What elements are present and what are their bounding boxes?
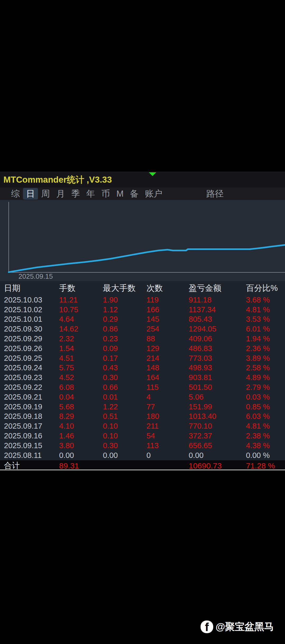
cell-date: 2025.09.23: [4, 373, 59, 382]
cell-date: 2025.09.29: [4, 334, 59, 343]
cell-value: 0.66: [103, 383, 146, 392]
cell-value: 3.68 %: [246, 296, 285, 304]
cell-value: 4.51: [59, 354, 103, 363]
cell-value: 119: [146, 296, 189, 304]
cell-value: 54: [146, 432, 189, 440]
table-row: 2025.09.226.080.66115501.502.79 %: [4, 382, 285, 392]
cell-date: 2025.09.18: [4, 412, 59, 421]
equity-chart-panel: 2025.09.15: [0, 200, 285, 281]
cell-date: 2025.09.15: [4, 441, 59, 450]
facebook-icon: f: [201, 621, 213, 633]
tab-账户[interactable]: 账户: [142, 188, 166, 200]
cell-value: 770.10: [189, 422, 246, 430]
table-row: 2025.09.195.681.2277151.990.85 %: [4, 402, 285, 412]
cell-value: 409.06: [189, 334, 246, 343]
cell-value: 2.38 %: [246, 432, 285, 440]
cell-value: 6.01 %: [246, 325, 285, 333]
cell-value: 773.03: [189, 354, 246, 363]
cell-date: 2025.09.22: [4, 383, 59, 392]
cell-value: 5.06: [189, 393, 246, 401]
cell-value: 2.36 %: [246, 344, 285, 353]
column-header-0: 日期: [4, 283, 59, 294]
cell-value: 1.12: [103, 305, 146, 314]
tab-季[interactable]: 季: [68, 188, 83, 200]
cell-value: 1.90: [103, 296, 146, 304]
cell-value: 0.86: [103, 325, 146, 333]
cell-date: 2025.09.24: [4, 363, 59, 372]
cell-value: 88: [146, 334, 189, 343]
cell-value: 148: [146, 363, 189, 372]
cell-value: 11.21: [59, 296, 103, 304]
cell-value: 166: [146, 305, 189, 314]
cell-value: 3.89 %: [246, 354, 285, 363]
cell-value: 4.38 %: [246, 441, 285, 450]
cell-value: 1.54: [59, 344, 103, 353]
tab-周[interactable]: 周: [38, 188, 53, 200]
cell-value: 0.00 %: [246, 451, 285, 460]
tab-币[interactable]: 币: [98, 188, 113, 200]
cell-value: 6.03 %: [246, 412, 285, 421]
tab-年[interactable]: 年: [83, 188, 98, 200]
cell-value: 903.81: [189, 373, 246, 382]
total-row: 合计89.3110690.7371.28 %: [0, 460, 285, 470]
equity-line: [9, 245, 285, 272]
tab-bar: 综日周月季年币M备账户 路径: [0, 187, 285, 200]
cell-value: 0.00: [103, 451, 146, 460]
cell-date: 2025.08.11: [4, 451, 59, 460]
tab-M[interactable]: M: [113, 188, 127, 200]
cell-date: 2025.10.01: [4, 315, 59, 324]
cell-value: 8.29: [59, 412, 103, 421]
cell-value: 0.03 %: [246, 393, 285, 401]
cell-value: 14.62: [59, 325, 103, 333]
cell-value: 5.75: [59, 363, 103, 372]
cell-value: 0.85 %: [246, 402, 285, 411]
tab-path[interactable]: 路径: [203, 188, 227, 200]
total-label: 合计: [4, 460, 59, 471]
total-value: 89.31: [59, 461, 103, 470]
title-bar: MTCommander统计 ,V3.33: [0, 172, 285, 187]
tab-月[interactable]: 月: [53, 188, 68, 200]
table-row: 2025.10.0210.751.121661137.344.81 %: [4, 305, 285, 315]
cell-date: 2025.09.21: [4, 393, 59, 401]
cell-value: 656.65: [189, 441, 246, 450]
tab-综[interactable]: 综: [8, 188, 23, 200]
table-row: 2025.09.292.320.2388409.061.94 %: [4, 334, 285, 344]
cell-date: 2025.09.16: [4, 432, 59, 440]
table-row: 2025.09.245.750.43148498.932.58 %: [4, 363, 285, 373]
cell-value: 4.81 %: [246, 422, 285, 430]
cell-value: 5.68: [59, 402, 103, 411]
cell-date: 2025.09.26: [4, 344, 59, 353]
watermark-text: @聚宝盆黑马: [216, 620, 274, 633]
table-row: 2025.09.174.100.10211770.104.81 %: [4, 421, 285, 431]
cell-value: 0.30: [103, 441, 146, 450]
cell-value: 0.10: [103, 432, 146, 440]
cell-date: 2025.09.17: [4, 422, 59, 430]
cell-value: 501.50: [189, 383, 246, 392]
cell-value: 6.08: [59, 383, 103, 392]
table-body: 2025.10.0311.211.90119911.183.68 %2025.1…: [4, 295, 285, 460]
column-header-3: 次数: [146, 283, 189, 294]
column-header-2: 最大手数: [103, 283, 146, 294]
cell-value: 498.93: [189, 363, 246, 372]
cell-value: 0.43: [103, 363, 146, 372]
cell-value: 0.04: [59, 393, 103, 401]
green-triangle-down-icon[interactable]: [149, 172, 156, 176]
cell-date: 2025.09.30: [4, 325, 59, 333]
cell-value: 1.46: [59, 432, 103, 440]
tab-日[interactable]: 日: [23, 188, 38, 200]
cell-value: 3.80: [59, 441, 103, 450]
table-row: 2025.09.254.510.17214773.033.89 %: [4, 353, 285, 363]
tab-备[interactable]: 备: [127, 188, 142, 200]
cell-value: 151.99: [189, 402, 246, 411]
cell-value: 0.10: [103, 422, 146, 430]
table-header-row: 日期手数最大手数次数盈亏金额百分比%: [4, 281, 285, 295]
cell-value: 145: [146, 315, 189, 324]
cell-value: 486.83: [189, 344, 246, 353]
table-row: 2025.09.234.520.30164903.814.89 %: [4, 373, 285, 382]
cell-date: 2025.10.03: [4, 296, 59, 304]
cell-value: 2.79 %: [246, 383, 285, 392]
cell-value: 4.52: [59, 373, 103, 382]
cell-value: 0.51: [103, 412, 146, 421]
cell-value: 77: [146, 402, 189, 411]
cell-value: 164: [146, 373, 189, 382]
